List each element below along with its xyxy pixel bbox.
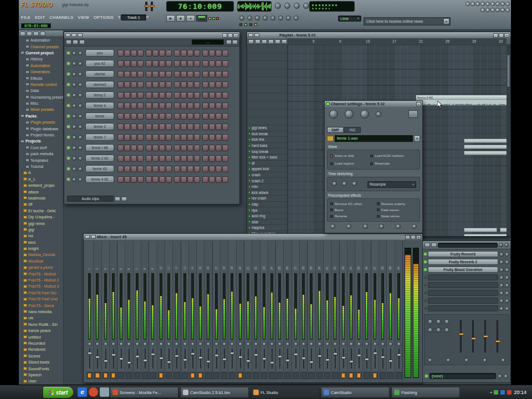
step-cell[interactable] — [117, 92, 124, 99]
fx-mix-knob[interactable] — [499, 260, 504, 264]
fx-plugin-name[interactable] — [428, 298, 498, 304]
fx-slot-led[interactable] — [424, 299, 427, 302]
strip-fx-slot[interactable] — [245, 372, 251, 379]
strip-pan-knob[interactable] — [270, 342, 274, 346]
pattern-row[interactable]: kick break — [247, 131, 287, 137]
typing-keyboard-selector[interactable]: Lime — [338, 16, 361, 22]
channel-button[interactable]: fenrie 7 — [85, 134, 114, 141]
step-cell[interactable] — [174, 166, 180, 172]
toolbar-knob[interactable] — [255, 16, 260, 21]
channel-pan-knob[interactable] — [72, 72, 76, 76]
tray-icon-red[interactable] — [507, 390, 511, 395]
step-cell[interactable] — [187, 176, 193, 183]
minimize-button[interactable] — [222, 33, 227, 38]
strip-pan-knob[interactable] — [246, 342, 250, 346]
step-cell[interactable] — [174, 134, 180, 141]
step-cell[interactable] — [187, 113, 193, 120]
mixer-strip[interactable]: 8 — [141, 241, 149, 381]
step-cell[interactable] — [146, 176, 152, 183]
step-cell[interactable] — [152, 60, 158, 67]
step-cell[interactable] — [166, 71, 172, 78]
step-cell[interactable] — [181, 176, 187, 183]
step-cell[interactable] — [209, 124, 215, 130]
step-cell[interactable] — [124, 71, 130, 78]
mixer-strip[interactable]: 26 — [284, 241, 291, 381]
window-toggle-button[interactable] — [466, 2, 470, 6]
strip-fx-slot[interactable] — [205, 372, 211, 379]
output-led[interactable] — [425, 375, 428, 377]
taskbar-task[interactable]: CamStudio — [321, 387, 390, 398]
pattern-row[interactable]: crash — [247, 172, 287, 178]
step-cell[interactable] — [117, 81, 124, 88]
step-cell[interactable] — [124, 60, 130, 67]
strip-pan-knob[interactable] — [325, 342, 330, 346]
browser-item[interactable]: gigi remix — [19, 220, 63, 226]
step-cell[interactable] — [131, 124, 137, 130]
fx-plugin-name[interactable] — [428, 282, 498, 288]
step-cell[interactable] — [159, 124, 165, 130]
seq-edit-icon[interactable] — [79, 40, 85, 44]
step-sequencer-titlebar[interactable]: x — [64, 32, 239, 38]
mixer-strip[interactable]: 29 — [308, 241, 315, 381]
strip-pan-knob[interactable] — [135, 342, 140, 346]
step-cell[interactable] — [137, 60, 144, 67]
browser-item[interactable]: Plugin presets — [19, 119, 63, 125]
channel-button[interactable]: uterine2 — [85, 81, 114, 88]
step-cell[interactable] — [181, 155, 187, 162]
step-cell[interactable] — [137, 113, 144, 120]
playlist-track-row[interactable] — [247, 117, 287, 126]
cut-knob[interactable] — [376, 111, 381, 117]
browser-forward-button[interactable] — [27, 32, 32, 36]
strip-pan-knob[interactable] — [333, 342, 337, 346]
step-cell[interactable] — [159, 71, 165, 78]
browser-item[interactable]: PoloT6 - Mutlod — [19, 270, 63, 277]
window-toggle-button[interactable] — [500, 8, 505, 12]
strip-fx-slot[interactable] — [324, 372, 330, 379]
strip-fx-slot[interactable] — [142, 372, 148, 379]
channel-button[interactable]: you #2 — [85, 60, 114, 67]
step-cell[interactable] — [166, 124, 172, 130]
browser-item[interactable]: SoundFonts — [19, 365, 63, 371]
mixer-strip[interactable]: 14 — [189, 241, 197, 381]
internet-explorer-icon[interactable]: e — [78, 387, 87, 397]
fx-mix-knob[interactable] — [499, 275, 504, 280]
browser-item[interactable]: attack — [19, 188, 63, 195]
delete-tool-icon[interactable] — [262, 39, 267, 44]
step-cell[interactable] — [146, 145, 152, 151]
browser-item[interactable]: Speech — [19, 372, 63, 378]
step-cell[interactable] — [152, 103, 158, 109]
window-toggle-button[interactable] — [495, 8, 500, 12]
browser-item[interactable]: PoloT6 - Mutlod 2 — [19, 277, 63, 283]
step-cell[interactable] — [222, 176, 228, 183]
channel-volume-knob[interactable] — [78, 177, 83, 182]
browser-item[interactable]: Cool stuff — [19, 145, 63, 151]
eq-gain-knob[interactable] — [444, 328, 449, 332]
step-cell[interactable] — [117, 176, 124, 183]
step-cell[interactable] — [181, 103, 187, 109]
step-cell[interactable] — [159, 50, 165, 57]
mute-tool-icon[interactable] — [268, 39, 274, 44]
fx-slot[interactable]: Fruity Reeverb — [424, 250, 509, 258]
fx-slot-led[interactable] — [424, 284, 427, 287]
strip-fader[interactable] — [382, 349, 383, 369]
menu-view[interactable]: VIEW — [78, 15, 89, 20]
mixer-strip[interactable]: 10 — [157, 241, 165, 381]
volume-knob[interactable] — [345, 110, 354, 119]
fx-slot[interactable]: Fruity Reeverb 2 — [424, 258, 509, 265]
strip-fader[interactable] — [129, 349, 130, 369]
fx-plugin-name[interactable] — [428, 290, 498, 296]
step-cell[interactable] — [166, 103, 172, 109]
hint-bar-dropdown-arrow[interactable]: ▾ — [443, 18, 449, 24]
step-cell[interactable] — [131, 92, 137, 99]
fx-slot-led[interactable] — [424, 260, 427, 263]
step-cell[interactable] — [124, 166, 130, 172]
minimize-button[interactable] — [405, 235, 410, 239]
browser-item[interactable]: beatmode — [19, 195, 63, 201]
step-cell[interactable] — [174, 71, 180, 78]
strip-fx-slot[interactable] — [396, 372, 402, 379]
eq-slider[interactable] — [484, 320, 486, 352]
playlist-track-row[interactable] — [247, 45, 287, 53]
step-cell[interactable] — [146, 113, 152, 120]
browser-item[interactable]: uis — [19, 315, 63, 321]
step-cell[interactable] — [222, 155, 228, 162]
